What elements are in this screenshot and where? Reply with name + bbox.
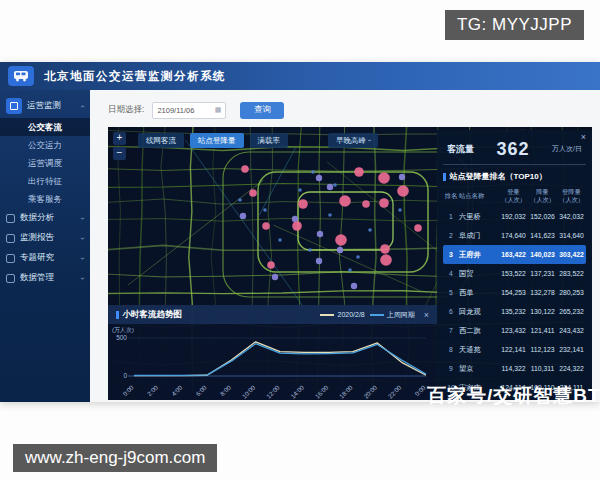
table-row[interactable]: 4国贸153,522137,231283,522 [443,264,586,283]
svg-text:(万人次): (万人次) [112,326,134,333]
svg-text:8:00: 8:00 [219,383,233,397]
table-row[interactable]: 6回龙观135,232130,122265,232 [443,302,586,321]
station-name-cell: 王府井 [459,250,499,260]
station-marker-large [362,200,370,208]
table-row[interactable]: 8天通苑122,141112,123232,141 [443,340,586,359]
rank-cell: 1 [443,213,459,220]
station-marker-large [249,189,257,197]
query-button[interactable]: 查询 [240,102,284,119]
rank-cell: 5 [443,289,459,296]
map-tab[interactable]: 满载率 [250,133,289,148]
boarding-cell: 163,422 [499,251,528,258]
chevron-up-icon: › [78,105,87,108]
legend-item[interactable]: 上周同期 [370,310,415,320]
sidebar-group[interactable]: 数据管理› [0,268,90,288]
sidebar-item[interactable]: 乘客服务 [0,190,90,208]
svg-text:12:00: 12:00 [265,383,281,399]
svg-text:18:00: 18:00 [338,383,354,399]
legend-line-mark [320,314,334,316]
alighting-cell: 137,231 [528,270,557,277]
flow-label: 客流量 [447,143,474,156]
sidebar-item[interactable]: 运营调度 [0,154,90,172]
chart-title: 小时客流趋势图 [123,309,183,321]
ranking-title: 站点登降量排名（TOP10） [450,171,547,182]
map-tab[interactable]: 早晚高峰› [328,133,378,148]
station-marker-small [333,183,337,187]
dashboard-window: 北京地面公交运营监测分析系统 运营监测›公交客流公交运力运营调度出行特征乘客服务… [0,62,600,402]
station-marker-medium [351,283,357,289]
watermark-telegram-badge: TG: MYYJJPP [445,10,584,40]
map-tab[interactable]: 线网客流 [138,133,184,148]
station-marker-large [397,185,409,197]
table-row[interactable]: 3王府井163,422140,023303,422 [443,245,586,264]
sidebar-item[interactable]: 公交运力 [0,136,90,154]
svg-text:10:00: 10:00 [240,383,256,399]
station-marker-small [263,208,267,212]
chevron-down-icon: › [78,277,87,280]
table-row[interactable]: 5西单154,253132,278280,253 [443,283,586,302]
station-name-cell: 回龙观 [459,307,499,317]
svg-text:0: 0 [123,372,127,379]
divider [443,164,586,165]
close-icon[interactable]: × [581,132,586,142]
svg-text:4:00: 4:00 [170,383,184,397]
station-marker-small [356,255,360,259]
station-marker-small [308,248,312,252]
station-marker-small [278,238,282,242]
sidebar-group[interactable]: 专题研究› [0,248,90,268]
station-marker-medium [316,175,322,181]
trend-chart: (万人次)50000:002:004:006:008:0010:0012:001… [108,324,437,400]
boarding-cell: 154,253 [499,289,528,296]
station-marker-large [298,199,308,209]
close-icon[interactable]: × [424,310,429,320]
sidebar-item[interactable]: 公交客流 [0,118,90,136]
alighting-cell: 112,123 [528,346,557,353]
station-marker-medium [399,174,405,180]
chevron-down-icon: › [78,217,87,220]
station-marker-small [328,213,332,217]
boarding-cell: 174,640 [499,232,528,239]
alighting-cell: 152,026 [528,213,557,220]
sidebar-group[interactable]: 数据分析› [0,208,90,228]
station-name-cell: 西单 [459,288,499,298]
map-layer-tabs: 线网客流站点登降量满载率早晚高峰› [138,133,378,148]
total-cell: 342,032 [557,213,586,220]
svg-text:6:00: 6:00 [194,383,208,397]
map-canvas[interactable]: + − 线网客流站点登降量满载率早晚高峰› × 客流量 362 万人次/日 站点… [108,127,592,400]
sidebar-item[interactable]: 出行特征 [0,172,90,190]
boarding-cell: 114,322 [499,365,528,372]
svg-text:0:00: 0:00 [121,383,135,397]
date-label: 日期选择: [108,104,144,116]
station-marker-medium [240,213,246,219]
total-cell: 232,141 [557,346,586,353]
chevron-down-icon: › [78,257,87,260]
sidebar-group[interactable]: 运营监测› [0,94,90,118]
legend-item[interactable]: 2020/2/8 [320,311,364,318]
ranking-table-header: 排名站点名称登量（人次）降量（人次）登降量（人次） [443,188,586,204]
table-row[interactable]: 9望京114,322110,311224,322 [443,359,586,378]
ranking-table-body: 1六里桥192,032152,026342,0322阜成门174,640141,… [443,207,586,397]
date-input[interactable]: 2109/11/06 ▦ [152,102,226,119]
rank-cell: 8 [443,346,459,353]
rank-cell: 3 [443,251,459,258]
svg-text:20:00: 20:00 [362,383,378,399]
table-row[interactable]: 7西二旗123,432121,411243,432 [443,321,586,340]
monitor-report-icon [6,234,15,243]
flow-value: 362 [497,139,530,160]
station-marker-small [398,208,402,212]
sidebar-group-label: 专题研究 [20,252,81,264]
legend-line-mark [370,314,384,316]
station-marker-large [339,195,351,207]
station-marker-small [311,170,315,174]
map-tab[interactable]: 站点登降量 [190,133,244,148]
zoom-out-button[interactable]: − [113,147,126,160]
chart-line [134,344,426,376]
ranking-title-row: 站点登降量排名（TOP10） [443,171,586,182]
table-row[interactable]: 1六里桥192,032152,026342,032 [443,207,586,226]
bus-icon [8,66,34,86]
zoom-in-button[interactable]: + [113,132,126,145]
table-row[interactable]: 2阜成门174,640141,623314,640 [443,226,586,245]
station-marker-large [335,234,347,246]
station-marker-medium [316,258,322,264]
sidebar-group[interactable]: 监测报告› [0,228,90,248]
